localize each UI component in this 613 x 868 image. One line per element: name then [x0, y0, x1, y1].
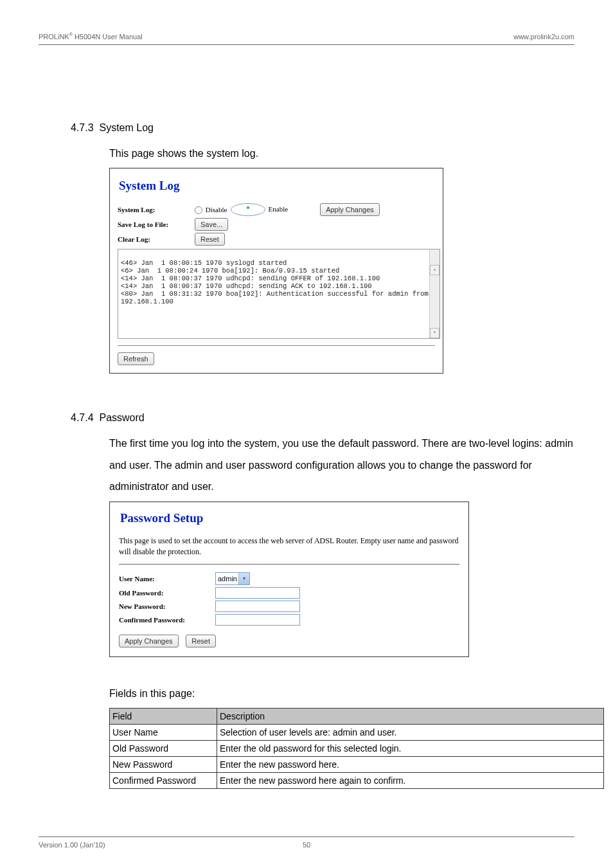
fields-heading: Fields in this page: [109, 683, 574, 705]
section-title: Password [99, 412, 144, 423]
cell-desc: Enter the old password for this selected… [217, 741, 604, 757]
page-header: PROLiNK® H5004N User Manual www.prolink2… [39, 32, 574, 45]
th-desc: Description [217, 709, 604, 725]
cell-desc: Selection of user levels are: admin and … [217, 725, 604, 741]
username-value: admin [218, 575, 237, 583]
reset-log-button[interactable]: Reset [195, 233, 225, 246]
scroll-up-icon[interactable]: ▴ [430, 265, 440, 275]
screenshot-title: Password Setup [120, 511, 459, 525]
product-name: H5004N User Manual [73, 33, 143, 41]
section-heading-syslog: 4.7.3 System Log [71, 122, 574, 134]
apply-changes-button[interactable]: Apply Changes [320, 203, 380, 216]
section-number: 4.7.3 [71, 122, 94, 133]
radio-icon [195, 206, 202, 214]
chevron-down-icon: ▾ [238, 573, 249, 584]
header-left: PROLiNK® H5004N User Manual [39, 32, 143, 41]
table-row: User Name Selection of user levels are: … [110, 725, 604, 741]
savefile-label: Save Log to File: [118, 221, 195, 228]
fields-table: Field Description User Name Selection of… [109, 708, 604, 789]
cell-field: Old Password [110, 741, 217, 757]
cell-field: Confirmed Password [110, 773, 217, 789]
radio-enable-label: Enable [269, 205, 289, 213]
cell-desc: Enter the new password here again to con… [217, 773, 604, 789]
table-row: New Password Enter the new password here… [110, 757, 604, 773]
username-label: User Name: [119, 575, 215, 583]
screenshot-password-setup: Password Setup This page is used to set … [109, 502, 469, 657]
cell-field: New Password [110, 757, 217, 773]
table-header-row: Field Description [110, 709, 604, 725]
screenshot-system-log: System Log System Log: Disable Enable Ap… [109, 168, 443, 374]
radio-disable[interactable]: Disable [195, 206, 227, 214]
new-password-input[interactable] [215, 601, 300, 612]
radio-icon [231, 203, 265, 216]
divider [119, 564, 459, 565]
section1-intro: This page shows the system log. [109, 143, 574, 165]
table-row: Old Password Enter the old password for … [110, 741, 604, 757]
confpw-label: Confirmed Password: [119, 616, 215, 624]
old-password-input[interactable] [215, 587, 300, 599]
th-field: Field [110, 709, 217, 725]
section-heading-password: 4.7.4 Password [71, 412, 574, 424]
section2-intro: The first time you log into the system, … [109, 433, 574, 498]
oldpw-label: Old Password: [119, 589, 215, 597]
brand: PROLiNK [39, 33, 69, 41]
clearlog-label: Clear Log: [118, 235, 195, 243]
cell-field: User Name [110, 725, 217, 741]
section-number: 4.7.4 [71, 412, 94, 423]
username-select[interactable]: admin ▾ [215, 572, 250, 585]
header-right: www.prolink2u.com [513, 33, 574, 41]
confirmed-password-input[interactable] [215, 614, 300, 626]
table-row: Confirmed Password Enter the new passwor… [110, 773, 604, 789]
apply-changes-button[interactable]: Apply Changes [119, 635, 179, 647]
log-textarea[interactable]: <46> Jan 1 08:00:15 1970 syslogd started… [118, 249, 440, 339]
footer-page-number: 50 [39, 841, 574, 849]
page-footer: Version 1.00 (Jan'10) 50 [39, 836, 574, 849]
reset-button[interactable]: Reset [186, 635, 216, 647]
divider [118, 345, 435, 346]
cell-desc: Enter the new password here. [217, 757, 604, 773]
screenshot-title: System Log [119, 179, 435, 193]
newpw-label: New Password: [119, 602, 215, 610]
refresh-button[interactable]: Refresh [118, 352, 154, 365]
syslog-label: System Log: [118, 206, 195, 213]
scroll-down-icon[interactable]: ▾ [430, 328, 440, 338]
save-button[interactable]: Save... [195, 218, 228, 231]
radio-disable-label: Disable [206, 206, 227, 213]
screenshot-description: This page is used to set the account to … [119, 536, 459, 557]
radio-enable[interactable]: Enable [231, 203, 288, 216]
scrollbar[interactable]: ▴ ▾ [429, 249, 440, 338]
log-content: <46> Jan 1 08:00:15 1970 syslogd started… [121, 259, 429, 305]
section-title: System Log [99, 122, 153, 133]
